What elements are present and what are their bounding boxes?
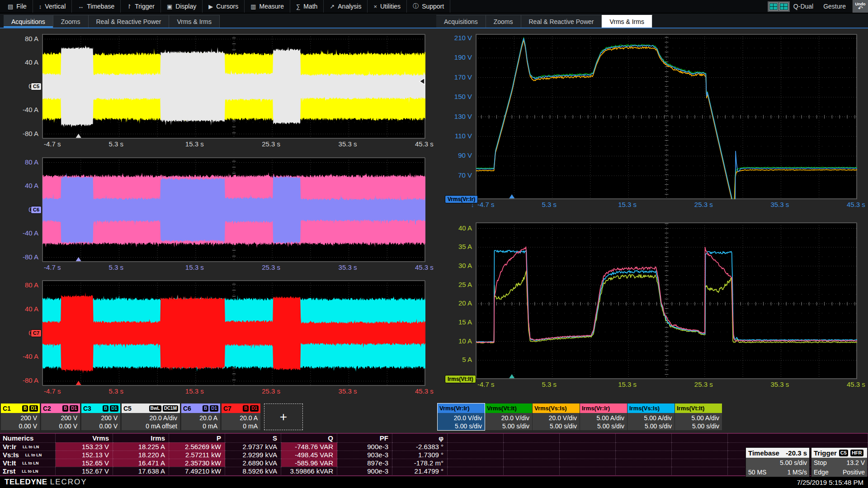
numerics-empty-cell bbox=[504, 450, 560, 459]
numerics-row-label[interactable]: Vs:IsLL to LN bbox=[0, 450, 56, 459]
x-axis-label: 15.3 s bbox=[618, 201, 637, 208]
trace-settings: 20.0 V/div5.00 s/div bbox=[485, 413, 532, 430]
numerics-empty-header bbox=[560, 434, 616, 442]
channel-badge-d1: D1 bbox=[110, 405, 118, 412]
x-axis-label: 45.3 s bbox=[415, 387, 434, 395]
add-trace-button[interactable]: + bbox=[264, 404, 303, 430]
x-axis-label: 35.3 s bbox=[770, 201, 789, 208]
numerics-row-label[interactable]: Vr:IrLL to LN bbox=[0, 442, 56, 450]
menu-item-vertical[interactable]: ↕Vertical bbox=[33, 0, 72, 13]
acquisition-plot-3[interactable] bbox=[42, 280, 425, 385]
menu-item-utilities[interactable]: ×Utilities bbox=[368, 0, 407, 13]
channel-header: C1BD1 bbox=[1, 404, 40, 413]
trace-descriptor-5[interactable]: Irms(Vs:Is)5.00 A/div5.00 s/div bbox=[627, 404, 675, 430]
file-icon: ▤ bbox=[8, 3, 13, 10]
channel-descriptor-c3[interactable]: C3BD1200 V0.00 V bbox=[81, 404, 120, 430]
numerics-row-label[interactable]: ΣrstLL to LN bbox=[0, 467, 56, 475]
math-icon: ∑ bbox=[296, 3, 300, 10]
trace-descriptor-1[interactable]: Vrms(Vr:Ir)20.0 V/div5.00 s/div bbox=[438, 404, 485, 430]
channel-header: C3BD1 bbox=[81, 404, 120, 413]
numerics-empty-cell bbox=[616, 459, 672, 467]
channel-badge-b: B bbox=[103, 405, 108, 412]
q-dual-control[interactable]: Q-Dual bbox=[764, 0, 817, 13]
channel-name: C1 bbox=[3, 405, 11, 412]
menu-item-measure[interactable]: ▥Measure bbox=[245, 0, 290, 13]
tab-right-real-reactive-power[interactable]: Real & Reactive Power bbox=[521, 15, 602, 28]
menu-item-label: Math bbox=[303, 3, 317, 10]
numerics-value: 2.9737 kVA bbox=[225, 442, 281, 450]
menu-item-display[interactable]: ▣Display bbox=[161, 0, 203, 13]
menu-item-timebase[interactable]: ↔Timebase bbox=[72, 0, 121, 13]
menu-item-math[interactable]: ∑Math bbox=[290, 0, 324, 13]
trace-descriptor-2[interactable]: Vrms(Vt:It)20.0 V/div5.00 s/div bbox=[485, 404, 532, 430]
menu-item-label: Display bbox=[175, 3, 196, 10]
timebase-title: Timebase bbox=[748, 449, 779, 457]
menu-item-label: Measure bbox=[259, 3, 283, 10]
numerics-empty-cell bbox=[448, 450, 504, 459]
trigger-icon: ↾ bbox=[127, 3, 132, 10]
measure-pair-label: Vr:Ir bbox=[3, 443, 16, 450]
trigger-box[interactable]: TriggerC5HFRStop13.2 VEdgePositive bbox=[811, 447, 868, 477]
timebase-icon: ↔ bbox=[78, 3, 84, 10]
x-axis-label: 5.3 s bbox=[108, 140, 123, 148]
channel-badges: BD1 bbox=[62, 405, 78, 412]
channel-descriptor-c6[interactable]: C6BD120.0 A0 mA bbox=[181, 404, 220, 430]
acquisition-plot-1[interactable] bbox=[42, 34, 425, 138]
menu-item-analysis[interactable]: ↗Analysis bbox=[324, 0, 368, 13]
undo-button[interactable]: Undo↶ bbox=[852, 0, 868, 13]
timebase-row-right: 5.00 s/div bbox=[780, 459, 807, 466]
channel-settings: 20.0 A0 mA bbox=[222, 413, 260, 430]
trigger-badge-hfr: HFR bbox=[850, 450, 863, 456]
tab-left-zooms[interactable]: Zooms bbox=[53, 15, 89, 28]
numerics-empty-cell bbox=[504, 459, 560, 467]
trace-descriptor-6[interactable]: Irms(Vt:It)5.00 A/div5.00 s/div bbox=[675, 404, 722, 430]
tab-left-real-reactive-power[interactable]: Real & Reactive Power bbox=[89, 15, 170, 28]
channel-descriptor-c7[interactable]: C7BD120.0 A0 mA bbox=[222, 404, 260, 430]
tab-right-acquisitions[interactable]: Acquisitions bbox=[436, 15, 486, 28]
trace-zero-marker-irms[interactable]: Irms(Vt:It) bbox=[445, 375, 476, 383]
timebase-box[interactable]: Timebase-20.3 s5.00 s/div50 MS1 MS/s bbox=[745, 447, 810, 477]
tab-left-acquisitions[interactable]: Acquisitions bbox=[4, 15, 53, 28]
numerics-row-label[interactable]: Vt:ItLL to LN bbox=[0, 459, 56, 467]
trigger-row-left: Edge bbox=[814, 469, 829, 476]
channel-zero-marker-c6[interactable]: C6 bbox=[31, 206, 42, 214]
menu-item-file[interactable]: ▤File bbox=[2, 0, 33, 13]
channel-descriptor-c1[interactable]: C1BD1200 V0.00 V bbox=[1, 404, 40, 430]
vertical-icon: ↕ bbox=[39, 3, 42, 10]
menu-item-cursors[interactable]: ▶Cursors bbox=[203, 0, 245, 13]
numerics-empty-cell bbox=[672, 450, 728, 459]
menu-item-trigger[interactable]: ↾Trigger bbox=[121, 0, 161, 13]
channel-descriptor-c2[interactable]: C2BD1200 V0.00 V bbox=[41, 404, 80, 430]
trace-descriptor-4[interactable]: Irms(Vr:Ir)5.00 A/div5.00 s/div bbox=[580, 404, 627, 430]
oscilloscope-app: ▤File↕Vertical↔Timebase↾Trigger▣Display▶… bbox=[0, 0, 868, 488]
trace-descriptor-3[interactable]: Vrms(Vs:Is)20.0 V/div5.00 s/div bbox=[533, 404, 580, 430]
trigger-row-right: Positive bbox=[843, 469, 865, 476]
channel-descriptor-c5[interactable]: C5BwLDC1M20.0 A/div0 mA offset bbox=[122, 404, 180, 430]
x-axis-label: 5.3 s bbox=[108, 263, 123, 271]
vrms-chart[interactable] bbox=[476, 34, 857, 199]
trace-settings: 5.00 A/div5.00 s/div bbox=[627, 413, 675, 430]
tab-left-vrms-irms[interactable]: Vrms & Irms bbox=[169, 15, 219, 28]
numerics-value: 152.67 V bbox=[56, 467, 113, 475]
support-icon: ⓘ bbox=[413, 2, 419, 10]
channel-zero-marker-c7[interactable]: C7 bbox=[31, 329, 42, 337]
irms-chart[interactable] bbox=[476, 222, 857, 379]
numerics-value: 21.4799 ° bbox=[392, 467, 448, 475]
tab-right-zooms[interactable]: Zooms bbox=[486, 15, 521, 28]
x-axis-label: 5.3 s bbox=[108, 387, 123, 395]
datetime-label: 7/25/2019 5:15:48 PM bbox=[797, 479, 863, 486]
tab-group-right: AcquisitionsZoomsReal & Reactive PowerVr… bbox=[436, 15, 652, 28]
numerics-column-header: PF bbox=[337, 434, 392, 442]
channel-badge-b: B bbox=[243, 405, 249, 412]
y-axis-label: -40 A bbox=[8, 230, 38, 237]
y-axis-label: -80 A bbox=[8, 130, 38, 137]
channel-zero-marker-c5[interactable]: C5 bbox=[31, 83, 42, 90]
timebase-row-left: 50 MS bbox=[748, 469, 766, 476]
tab-right-vrms-irms[interactable]: Vrms & Irms bbox=[602, 15, 652, 28]
trace-hscale: 5.00 s/div bbox=[487, 422, 529, 430]
brand-logo: TELEDYNELECROY bbox=[5, 478, 87, 487]
acquisition-plot-2[interactable] bbox=[42, 157, 425, 262]
menu-item-support[interactable]: ⓘSupport bbox=[407, 0, 450, 13]
x-axis-label: -4.7 s bbox=[44, 263, 61, 271]
gesture-button[interactable]: Gesture bbox=[817, 0, 852, 13]
